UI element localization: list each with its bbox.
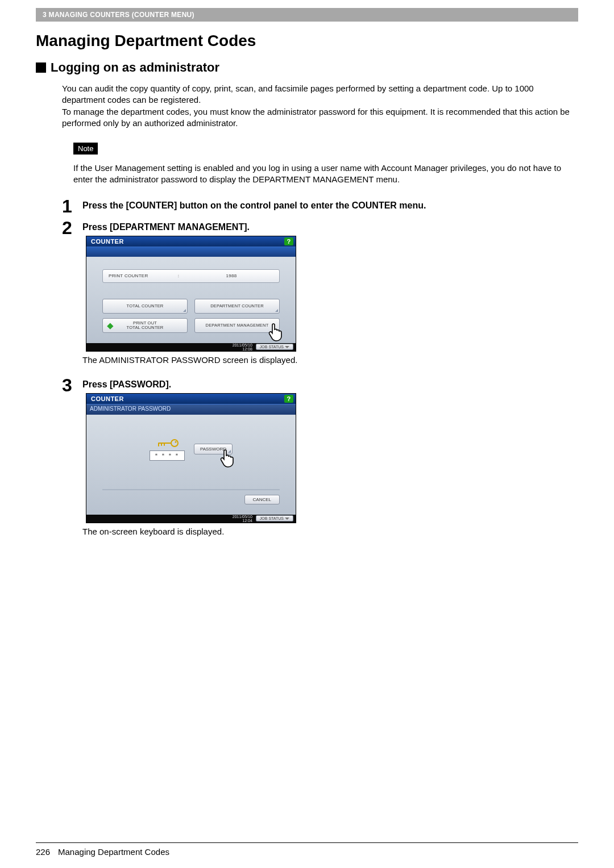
screen-subtitle-bar: ADMINISTRATOR PASSWORD <box>86 404 296 415</box>
department-counter-button[interactable]: DEPARTMENT COUNTER <box>194 299 280 314</box>
expand-corner-icon <box>228 450 231 453</box>
intro-block: You can audit the copy quantity of copy,… <box>62 83 578 129</box>
screen-frame: COUNTER ? PRINT COUNTER : 1988 <box>86 236 296 352</box>
note-text: If the User Management setting is enable… <box>73 162 578 186</box>
footer-title: Managing Department Codes <box>58 847 169 857</box>
dropdown-triangle-icon <box>285 346 289 348</box>
page-footer: 226 Managing Department Codes <box>36 847 169 857</box>
button-grid: TOTAL COUNTER DEPARTMENT COUNTER PRINT <box>102 299 280 333</box>
chapter-header: 3 MANAGING COUNTERS (COUNTER MENU) <box>36 8 578 22</box>
status-bar: 2011/05/10 12:04 JOB STATUS <box>86 515 296 523</box>
page-number: 226 <box>36 847 50 857</box>
intro-paragraph-1: You can audit the copy quantity of copy,… <box>62 83 578 106</box>
step-title: Press [DEPARTMENT MANAGEMENT]. <box>82 219 578 232</box>
footer-rule <box>36 842 578 843</box>
field-label: PRINT COUNTER <box>109 273 173 278</box>
screen-subtitle: ADMINISTRATOR PASSWORD <box>90 406 171 412</box>
job-status-button[interactable]: JOB STATUS <box>256 344 293 350</box>
button-label: PRINT OUT TOTAL COUNTER <box>127 321 164 330</box>
step-caption: The on-screen keyboard is displayed. <box>82 527 578 536</box>
field-value: 1988 <box>184 273 279 278</box>
square-bullet-icon <box>36 62 46 73</box>
button-label: DEPARTMENT MANAGEMENT <box>206 323 269 328</box>
breadcrumb: 3 MANAGING COUNTERS (COUNTER MENU) <box>43 11 194 19</box>
total-counter-button[interactable]: TOTAL COUNTER <box>102 299 188 314</box>
step-title: Press the [COUNTER] button on the contro… <box>82 197 578 211</box>
button-label: DEPARTMENT COUNTER <box>210 303 264 308</box>
help-icon[interactable]: ? <box>284 237 293 245</box>
page-content: Managing Department Codes Logging on as … <box>36 32 578 548</box>
screen-titlebar: COUNTER ? <box>86 236 296 247</box>
diamond-icon <box>107 323 113 329</box>
section-heading-text: Logging on as administrator <box>51 60 219 75</box>
step-caption: The ADMINISTRATOR PASSWORD screen is dis… <box>82 355 578 365</box>
status-bar: 2011/05/10 12:08 JOB STATUS <box>86 343 296 351</box>
note-label: Note <box>73 143 98 155</box>
step-number: 3 <box>62 376 76 544</box>
key-icon-group: ＊＊＊＊ <box>150 437 185 461</box>
button-label: TOTAL COUNTER <box>127 303 164 308</box>
step: 1 Press the [COUNTER] button on the cont… <box>62 197 578 215</box>
step-number: 1 <box>62 197 76 215</box>
job-status-button[interactable]: JOB STATUS <box>256 515 293 521</box>
step-body: Press [PASSWORD]. COUNTER ? ADMINISTRATO… <box>82 376 578 544</box>
expand-corner-icon <box>275 309 278 312</box>
svg-point-0 <box>171 440 178 446</box>
job-status-label: JOB STATUS <box>260 516 284 520</box>
time: 12:04 <box>233 519 252 523</box>
step-number: 2 <box>62 219 76 373</box>
job-status-label: JOB STATUS <box>260 345 284 349</box>
screen-subbar <box>86 247 296 257</box>
cancel-row: CANCEL <box>102 489 280 504</box>
password-button[interactable]: PASSWORD <box>194 444 233 454</box>
key-icon <box>155 437 179 449</box>
step: 2 Press [DEPARTMENT MANAGEMENT]. COUNTER… <box>62 219 578 373</box>
print-counter-field: PRINT COUNTER : 1988 <box>102 269 280 283</box>
step-body: Press [DEPARTMENT MANAGEMENT]. COUNTER ?… <box>82 219 578 373</box>
button-label: CANCEL <box>253 497 271 502</box>
password-mask: ＊＊＊＊ <box>150 450 185 461</box>
help-icon[interactable]: ? <box>284 395 293 403</box>
dropdown-triangle-icon <box>285 518 289 520</box>
svg-point-1 <box>175 441 176 443</box>
step-title: Press [PASSWORD]. <box>82 376 578 390</box>
counter-screen: COUNTER ? PRINT COUNTER : 1988 <box>86 236 296 352</box>
note-block: Note <box>73 143 578 155</box>
password-row: ＊＊＊＊ PASSWORD <box>102 437 280 461</box>
colon: : <box>173 273 184 278</box>
date: 2011/05/10 <box>233 515 252 519</box>
time: 12:08 <box>233 347 252 351</box>
screen-canvas: ＊＊＊＊ PASSWORD <box>86 415 296 515</box>
screen-frame: COUNTER ? ADMINISTRATOR PASSWORD <box>86 393 296 523</box>
date: 2011/05/10 <box>233 343 252 347</box>
intro-paragraph-2: To manage the department codes, you must… <box>62 106 578 130</box>
button-label: PASSWORD <box>200 446 226 452</box>
step-body: Press the [COUNTER] button on the contro… <box>82 197 578 215</box>
screen-canvas: PRINT COUNTER : 1988 TOTAL COUNTER <box>86 257 296 343</box>
datetime: 2011/05/10 12:08 <box>233 343 252 351</box>
screen-titlebar: COUNTER ? <box>86 394 296 404</box>
datetime: 2011/05/10 12:04 <box>233 515 252 523</box>
department-management-button[interactable]: DEPARTMENT MANAGEMENT <box>194 318 280 333</box>
admin-password-screen: COUNTER ? ADMINISTRATOR PASSWORD <box>86 393 296 523</box>
screen-title: COUNTER <box>91 238 124 245</box>
step: 3 Press [PASSWORD]. COUNTER ? ADMINISTRA… <box>62 376 578 544</box>
print-out-total-counter-button[interactable]: PRINT OUT TOTAL COUNTER <box>102 318 188 333</box>
hand-cursor-icon <box>267 322 284 343</box>
screen-title: COUNTER <box>91 395 124 402</box>
page-title: Managing Department Codes <box>36 32 578 50</box>
expand-corner-icon <box>183 309 186 312</box>
section-heading: Logging on as administrator <box>36 60 578 75</box>
steps-list: 1 Press the [COUNTER] button on the cont… <box>62 197 578 544</box>
cancel-button[interactable]: CANCEL <box>244 495 280 504</box>
